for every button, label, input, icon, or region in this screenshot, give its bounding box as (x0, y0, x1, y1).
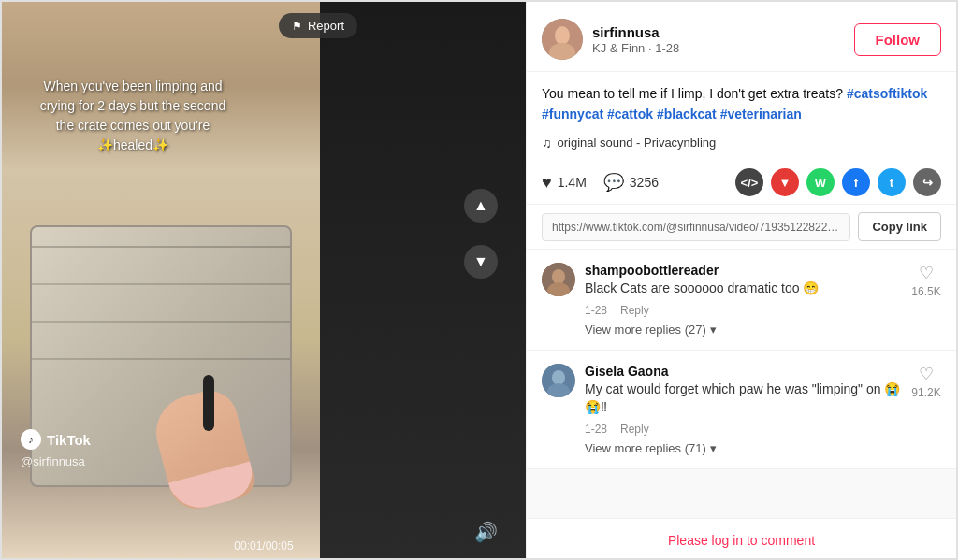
hashtag-1[interactable]: #catsoftiktok (847, 86, 927, 101)
comment-2-body: Gisela Gaona My cat would forget which p… (585, 364, 902, 455)
video-panel: When you've been limping and crying for … (2, 2, 526, 560)
avatar-svg (542, 19, 583, 60)
likes-count: 1.4M (558, 175, 587, 190)
link-display: https://www.tiktok.com/@sirfinnusa/video… (542, 213, 850, 241)
crate-handle (203, 375, 214, 431)
copy-link-button[interactable]: Copy link (858, 212, 941, 241)
stats-row: ♥ 1.4M 💬 3256 </> ▼ W f t ↪ (527, 161, 956, 205)
bandage (168, 462, 258, 515)
tiktok-logo-icon: ♪ (21, 429, 41, 450)
commenter-2-username[interactable]: Gisela Gaona (585, 364, 902, 379)
comment-2-text: My cat would forget which paw he was "li… (585, 381, 902, 417)
comment-2-meta: 1-28 Reply (585, 423, 902, 436)
flag-icon: ⚑ (292, 20, 302, 33)
comment-2-reply-button[interactable]: Reply (620, 423, 649, 436)
comment-1-date: 1-28 (585, 304, 607, 317)
like-heart-icon-2: ♡ (919, 364, 934, 384)
user-header: sirfinnusa KJ & Finn · 1-28 Follow (527, 2, 956, 72)
hashtag-4[interactable]: #blackcat (657, 107, 717, 122)
link-row: https://www.tiktok.com/@sirfinnusa/video… (527, 205, 956, 250)
chevron-down-icon-2: ▾ (710, 441, 717, 455)
hashtag-2[interactable]: #funnycat (542, 107, 603, 122)
comment-1-text: Black Cats are soooooo dramatic too 😁 (585, 280, 902, 298)
twitter-share-button[interactable]: t (878, 168, 906, 196)
report-button[interactable]: ⚑ Report (279, 13, 357, 38)
hashtag-5[interactable]: #veterinarian (720, 107, 802, 122)
comment-1-view-replies[interactable]: View more replies (27) ▾ (585, 323, 902, 337)
comments-count: 3256 (630, 175, 659, 190)
login-prompt: Please log in to comment (527, 518, 956, 560)
avatar-image (542, 19, 583, 60)
embed-share-button[interactable]: </> (735, 168, 763, 196)
hashtag-3[interactable]: #cattok (607, 107, 653, 122)
tiktok-watermark: ♪ TikTok (21, 429, 91, 450)
commenter-2-avatar-svg (542, 364, 575, 397)
comment-1-like[interactable]: ♡ 16.5K (911, 263, 941, 298)
dark-panel (320, 2, 526, 560)
info-panel: sirfinnusa KJ & Finn · 1-28 Follow You m… (526, 2, 956, 560)
comment-2-view-replies[interactable]: View more replies (71) ▾ (585, 441, 902, 455)
music-note-icon: ♫ (542, 133, 552, 153)
comment-2-date: 1-28 (585, 423, 607, 436)
comment-1-likes: 16.5K (911, 285, 940, 298)
svg-point-7 (552, 370, 565, 385)
repost-share-button[interactable]: ▼ (771, 168, 799, 196)
sound-info[interactable]: ♫ original sound - Privacynbling (542, 133, 941, 153)
nav-down-button[interactable]: ▼ (464, 245, 498, 279)
comment-1-body: shampoobottlereader Black Cats are soooo… (585, 263, 902, 337)
caption-text: You mean to tell me if I limp, I don't g… (542, 86, 843, 101)
comment-1-reply-button[interactable]: Reply (620, 304, 649, 317)
comment-2-like[interactable]: ♡ 91.2K (911, 364, 941, 399)
login-text[interactable]: Please log in to comment (668, 533, 815, 548)
comment-2-likes: 91.2K (911, 386, 940, 399)
user-info: sirfinnusa KJ & Finn · 1-28 (542, 19, 679, 60)
comment-item: shampoobottlereader Black Cats are soooo… (527, 250, 956, 351)
user-details: sirfinnusa KJ & Finn · 1-28 (592, 24, 679, 55)
nav-up-button[interactable]: ▲ (464, 189, 498, 223)
svg-point-1 (555, 26, 570, 45)
comment-1-meta: 1-28 Reply (585, 304, 902, 317)
chevron-down-icon: ▾ (710, 323, 717, 337)
like-heart-icon-1: ♡ (919, 263, 934, 283)
share-icons: </> ▼ W f t ↪ (735, 168, 941, 196)
commenter-1-username[interactable]: shampoobottlereader (585, 263, 902, 278)
display-name: KJ & Finn · 1-28 (592, 41, 679, 55)
time-total: 00:05 (266, 539, 294, 553)
heart-icon: ♥ (542, 173, 552, 193)
caption-section: You mean to tell me if I limp, I don't g… (527, 72, 956, 161)
likes-stat[interactable]: ♥ 1.4M (542, 173, 587, 193)
stats-left: ♥ 1.4M 💬 3256 (542, 172, 659, 193)
comment-avatar-2[interactable] (542, 364, 575, 397)
username[interactable]: sirfinnusa (592, 24, 679, 40)
volume-button[interactable]: 🔊 (474, 521, 498, 543)
report-label: Report (308, 19, 344, 33)
comments-section: shampoobottlereader Black Cats are soooo… (527, 250, 956, 518)
username-watermark: @sirfinnusa (21, 454, 85, 468)
comment-avatar-1[interactable] (542, 263, 575, 296)
svg-point-4 (552, 269, 565, 284)
comments-stat[interactable]: 💬 3256 (603, 172, 659, 193)
commenter-1-avatar-svg (542, 263, 575, 296)
avatar[interactable] (542, 19, 583, 60)
sound-label: original sound - Privacynbling (558, 134, 717, 153)
comment-item: Gisela Gaona My cat would forget which p… (527, 351, 956, 469)
video-overlay-text: When you've been limping and crying for … (39, 77, 226, 155)
comment-icon: 💬 (603, 172, 624, 193)
time-display: 00:01/00:05 (234, 539, 293, 553)
whatsapp-share-button[interactable]: W (806, 168, 835, 196)
more-share-button[interactable]: ↪ (913, 168, 941, 196)
follow-button[interactable]: Follow (854, 23, 942, 56)
tiktok-label: TikTok (47, 432, 91, 448)
time-current: 00:01 (234, 539, 262, 553)
facebook-share-button[interactable]: f (842, 168, 870, 196)
